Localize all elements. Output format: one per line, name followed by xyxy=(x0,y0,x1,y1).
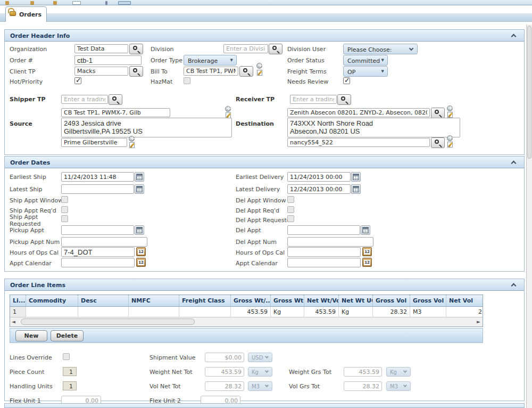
horizontal-scrollbar[interactable]: ◄ ► xyxy=(10,317,483,327)
division-input[interactable] xyxy=(223,44,268,53)
col-freight-class[interactable]: Freight Class xyxy=(179,295,231,307)
shipper-tp-search-button[interactable] xyxy=(109,94,122,105)
weight-grs-tot-input[interactable] xyxy=(344,367,382,377)
hazmat-checkbox[interactable] xyxy=(184,77,190,84)
client-tp-search-button[interactable] xyxy=(129,66,143,77)
toolbar-icon[interactable] xyxy=(30,1,34,5)
col-gross-vol[interactable]: Gross Vol xyxy=(373,295,410,307)
calendar-icon[interactable] xyxy=(135,172,144,182)
order-status-dropdown[interactable]: Committed ▼ xyxy=(343,55,388,66)
edit-icon[interactable] xyxy=(447,112,453,118)
source-contact-input[interactable] xyxy=(61,138,127,147)
col-desc[interactable]: Desc xyxy=(78,295,129,307)
latest-ship-input[interactable] xyxy=(61,184,134,194)
source-address-textarea[interactable]: 2493 Jessica drive Gilbertsville,PA 1952… xyxy=(61,118,232,137)
section-header[interactable]: Order Line Items xyxy=(5,279,524,291)
new-button[interactable]: New xyxy=(15,330,47,341)
bill-to-input[interactable] xyxy=(184,67,238,76)
weight-grs-uom-select[interactable]: Kg xyxy=(386,367,411,377)
vol-grs-uom-select[interactable]: M3 xyxy=(386,381,411,391)
vol-net-tot-input[interactable] xyxy=(205,381,244,391)
toolbar-button-pressed[interactable] xyxy=(118,1,131,5)
col-gross-wt[interactable]: Gross Wt/... xyxy=(231,295,271,307)
col-net-vol[interactable]: Net Vol xyxy=(446,295,483,307)
collapse-chevron-icon[interactable] xyxy=(511,283,517,289)
toolbar-icon[interactable] xyxy=(105,1,107,5)
bill-to-search-button[interactable] xyxy=(239,66,253,77)
division-user-select[interactable]: Please Choose: xyxy=(343,44,418,54)
del-appt-window-checkbox[interactable] xyxy=(287,196,294,203)
pickup-appt-input[interactable] xyxy=(61,225,134,235)
section-header[interactable]: Order Header Info xyxy=(5,30,524,42)
appt-calendar-input[interactable] xyxy=(61,258,135,267)
pickup-appt-num-input[interactable] xyxy=(61,237,147,247)
calendar-icon[interactable] xyxy=(135,184,144,194)
hot-priority-checkbox[interactable] xyxy=(74,77,81,84)
lines-override-checkbox[interactable] xyxy=(63,353,70,360)
calendar-12-icon[interactable]: 12 xyxy=(362,247,372,256)
col-gross-wt-uom[interactable]: Gross Wt ... xyxy=(271,295,304,307)
destination-contact-search-button[interactable] xyxy=(431,137,445,148)
shipment-value-uom-select[interactable]: USD xyxy=(248,353,272,362)
calendar-12-icon[interactable]: 12 xyxy=(362,258,372,267)
toolbar-icon[interactable] xyxy=(5,1,9,5)
scrollbar-thumb[interactable] xyxy=(21,319,195,325)
destination-search-button[interactable] xyxy=(431,108,445,118)
earliest-ship-input[interactable] xyxy=(61,172,134,182)
col-commodity[interactable]: Commodity xyxy=(26,295,78,307)
col-nmfc[interactable]: NMFC xyxy=(129,295,179,307)
col-line[interactable]: Li... xyxy=(10,295,26,307)
scroll-right-icon[interactable]: ► xyxy=(477,319,480,324)
toolbar-icon[interactable] xyxy=(53,1,57,5)
add-icon[interactable] xyxy=(129,136,135,142)
scrollbar-thumb[interactable] xyxy=(527,26,531,159)
calendar-icon[interactable] xyxy=(351,184,361,194)
organization-search-button[interactable] xyxy=(129,44,143,54)
del-appt-requested-checkbox[interactable] xyxy=(287,215,294,222)
del-appt-num-input[interactable] xyxy=(287,237,373,247)
receiver-tp-input[interactable] xyxy=(290,95,337,104)
del-appt-input[interactable] xyxy=(287,225,360,235)
ship-appt-window-checkbox[interactable] xyxy=(61,196,68,203)
hours-of-ops-cal-del-input[interactable] xyxy=(287,247,361,257)
col-net-wt[interactable]: Net Wt/Vol xyxy=(304,295,339,307)
organization-input[interactable] xyxy=(74,44,128,53)
destination-location-input[interactable] xyxy=(287,108,430,117)
order-type-dropdown[interactable]: Brokerage ▼ xyxy=(184,55,237,66)
add-icon[interactable] xyxy=(225,106,231,112)
earliest-delivery-input[interactable] xyxy=(287,172,351,182)
table-row[interactable]: 1 453.59 Kg 453.59 Kg 28.32 M3 2 xyxy=(10,307,483,317)
edit-icon[interactable] xyxy=(129,142,135,148)
edit-icon[interactable] xyxy=(447,142,453,148)
receiver-tp-search-button[interactable] xyxy=(337,94,351,105)
ship-appt-requested-checkbox[interactable] xyxy=(61,215,68,222)
vol-grs-tot-input[interactable] xyxy=(344,381,382,391)
appt-calendar-del-input[interactable] xyxy=(287,258,361,267)
add-icon[interactable] xyxy=(256,63,262,69)
calendar-icon[interactable] xyxy=(351,172,361,182)
needs-review-checkbox[interactable] xyxy=(343,77,350,84)
vertical-scrollbar[interactable] xyxy=(526,25,532,408)
tab-orders[interactable]: Orders xyxy=(5,6,47,22)
client-tp-input[interactable] xyxy=(74,67,128,76)
calendar-12-icon[interactable]: 12 xyxy=(136,247,146,256)
destination-contact-input[interactable] xyxy=(287,138,430,147)
shipper-tp-input[interactable] xyxy=(61,95,108,104)
ship-appt-reqd-checkbox[interactable] xyxy=(61,206,68,213)
order-number-input[interactable] xyxy=(74,55,142,65)
section-header[interactable]: Order Dates xyxy=(5,157,524,168)
shipment-value-input[interactable] xyxy=(205,353,244,362)
collapse-chevron-icon[interactable] xyxy=(511,34,517,39)
hours-of-ops-cal-input[interactable] xyxy=(61,247,135,257)
col-gross-vol-uom[interactable]: Gross Vol ... xyxy=(410,295,446,307)
edit-icon[interactable] xyxy=(257,70,262,76)
del-appt-reqd-checkbox[interactable] xyxy=(287,206,294,213)
division-search-button[interactable] xyxy=(269,44,282,54)
scroll-left-icon[interactable]: ◄ xyxy=(12,319,15,324)
add-icon[interactable] xyxy=(447,105,453,111)
toolbar-field[interactable] xyxy=(72,1,81,5)
weight-net-tot-input[interactable] xyxy=(205,367,244,377)
add-icon[interactable] xyxy=(447,135,453,141)
freight-terms-dropdown[interactable]: OP ▼ xyxy=(343,66,388,77)
weight-net-uom-select[interactable]: Kg xyxy=(248,367,272,377)
